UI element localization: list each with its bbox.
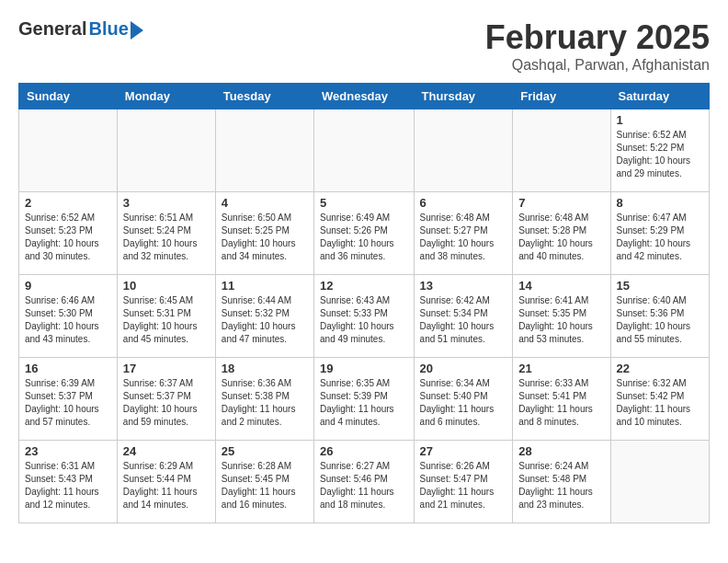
logo-blue-text: Blue bbox=[88, 18, 128, 40]
day-number: 1 bbox=[617, 113, 703, 127]
day-number: 23 bbox=[25, 444, 111, 458]
day-info: Sunrise: 6:34 AM Sunset: 5:40 PM Dayligh… bbox=[420, 377, 507, 429]
calendar-cell: 8Sunrise: 6:47 AM Sunset: 5:29 PM Daylig… bbox=[610, 192, 709, 275]
calendar-week-row: 9Sunrise: 6:46 AM Sunset: 5:30 PM Daylig… bbox=[19, 275, 710, 358]
day-info: Sunrise: 6:40 AM Sunset: 5:36 PM Dayligh… bbox=[617, 294, 703, 346]
day-info: Sunrise: 6:48 AM Sunset: 5:27 PM Dayligh… bbox=[420, 212, 507, 263]
calendar-cell: 1Sunrise: 6:52 AM Sunset: 5:22 PM Daylig… bbox=[610, 109, 709, 192]
calendar-cell bbox=[414, 109, 513, 192]
weekday-header-row: SundayMondayTuesdayWednesdayThursdayFrid… bbox=[19, 84, 710, 109]
calendar-cell: 23Sunrise: 6:31 AM Sunset: 5:43 PM Dayli… bbox=[19, 441, 118, 523]
calendar-cell: 22Sunrise: 6:32 AM Sunset: 5:42 PM Dayli… bbox=[610, 358, 709, 441]
logo-arrow-icon bbox=[131, 21, 143, 40]
weekday-header-wednesday: Wednesday bbox=[314, 84, 415, 109]
day-number: 7 bbox=[518, 196, 604, 210]
day-info: Sunrise: 6:28 AM Sunset: 5:45 PM Dayligh… bbox=[222, 460, 308, 511]
day-info: Sunrise: 6:49 AM Sunset: 5:26 PM Dayligh… bbox=[320, 212, 408, 263]
day-number: 28 bbox=[518, 444, 604, 458]
day-number: 17 bbox=[123, 362, 210, 375]
day-number: 19 bbox=[320, 362, 408, 375]
calendar-cell bbox=[117, 109, 215, 192]
day-number: 9 bbox=[25, 279, 111, 293]
weekday-header-saturday: Saturday bbox=[610, 84, 709, 109]
day-info: Sunrise: 6:52 AM Sunset: 5:23 PM Dayligh… bbox=[25, 212, 111, 263]
month-title: February 2025 bbox=[485, 18, 710, 57]
day-info: Sunrise: 6:47 AM Sunset: 5:29 PM Dayligh… bbox=[617, 212, 703, 263]
day-number: 10 bbox=[123, 279, 210, 293]
day-number: 6 bbox=[420, 196, 507, 210]
day-info: Sunrise: 6:52 AM Sunset: 5:22 PM Dayligh… bbox=[617, 129, 703, 180]
day-number: 20 bbox=[420, 362, 507, 375]
logo: General Blue bbox=[18, 18, 143, 40]
calendar-cell: 27Sunrise: 6:26 AM Sunset: 5:47 PM Dayli… bbox=[414, 441, 513, 523]
day-number: 3 bbox=[123, 196, 210, 210]
day-info: Sunrise: 6:45 AM Sunset: 5:31 PM Dayligh… bbox=[123, 294, 210, 346]
calendar-week-row: 23Sunrise: 6:31 AM Sunset: 5:43 PM Dayli… bbox=[19, 441, 710, 523]
day-info: Sunrise: 6:51 AM Sunset: 5:24 PM Dayligh… bbox=[123, 212, 210, 263]
day-info: Sunrise: 6:29 AM Sunset: 5:44 PM Dayligh… bbox=[123, 460, 210, 511]
day-number: 11 bbox=[222, 279, 308, 293]
calendar-cell: 19Sunrise: 6:35 AM Sunset: 5:39 PM Dayli… bbox=[314, 358, 415, 441]
day-info: Sunrise: 6:48 AM Sunset: 5:28 PM Dayligh… bbox=[518, 212, 604, 263]
day-info: Sunrise: 6:33 AM Sunset: 5:41 PM Dayligh… bbox=[518, 377, 604, 429]
calendar-cell: 13Sunrise: 6:42 AM Sunset: 5:34 PM Dayli… bbox=[414, 275, 513, 358]
logo-general-text: General bbox=[18, 18, 86, 40]
day-number: 24 bbox=[123, 444, 210, 458]
calendar-cell bbox=[19, 109, 118, 192]
day-info: Sunrise: 6:46 AM Sunset: 5:30 PM Dayligh… bbox=[25, 294, 111, 346]
calendar-cell bbox=[610, 441, 709, 523]
day-info: Sunrise: 6:43 AM Sunset: 5:33 PM Dayligh… bbox=[320, 294, 408, 346]
calendar-cell bbox=[215, 109, 313, 192]
day-info: Sunrise: 6:50 AM Sunset: 5:25 PM Dayligh… bbox=[222, 212, 308, 263]
day-info: Sunrise: 6:32 AM Sunset: 5:42 PM Dayligh… bbox=[617, 377, 703, 429]
day-number: 14 bbox=[518, 279, 604, 293]
calendar-cell: 28Sunrise: 6:24 AM Sunset: 5:48 PM Dayli… bbox=[513, 441, 610, 523]
calendar-cell bbox=[314, 109, 415, 192]
day-info: Sunrise: 6:37 AM Sunset: 5:37 PM Dayligh… bbox=[123, 377, 210, 429]
calendar-cell: 10Sunrise: 6:45 AM Sunset: 5:31 PM Dayli… bbox=[117, 275, 215, 358]
day-number: 5 bbox=[320, 196, 408, 210]
calendar-table: SundayMondayTuesdayWednesdayThursdayFrid… bbox=[18, 83, 710, 523]
day-info: Sunrise: 6:39 AM Sunset: 5:37 PM Dayligh… bbox=[25, 377, 111, 429]
calendar-cell: 15Sunrise: 6:40 AM Sunset: 5:36 PM Dayli… bbox=[610, 275, 709, 358]
day-info: Sunrise: 6:44 AM Sunset: 5:32 PM Dayligh… bbox=[222, 294, 308, 346]
calendar-cell: 26Sunrise: 6:27 AM Sunset: 5:46 PM Dayli… bbox=[314, 441, 415, 523]
day-info: Sunrise: 6:42 AM Sunset: 5:34 PM Dayligh… bbox=[420, 294, 507, 346]
day-number: 15 bbox=[617, 279, 703, 293]
calendar-cell: 14Sunrise: 6:41 AM Sunset: 5:35 PM Dayli… bbox=[513, 275, 610, 358]
calendar-cell bbox=[513, 109, 610, 192]
page-header: General Blue February 2025 Qashqal, Parw… bbox=[18, 18, 710, 74]
calendar-week-row: 16Sunrise: 6:39 AM Sunset: 5:37 PM Dayli… bbox=[19, 358, 710, 441]
calendar-cell: 9Sunrise: 6:46 AM Sunset: 5:30 PM Daylig… bbox=[19, 275, 118, 358]
day-info: Sunrise: 6:26 AM Sunset: 5:47 PM Dayligh… bbox=[420, 460, 507, 511]
weekday-header-friday: Friday bbox=[513, 84, 610, 109]
day-info: Sunrise: 6:27 AM Sunset: 5:46 PM Dayligh… bbox=[320, 460, 408, 511]
day-info: Sunrise: 6:35 AM Sunset: 5:39 PM Dayligh… bbox=[320, 377, 408, 429]
day-number: 26 bbox=[320, 444, 408, 458]
day-info: Sunrise: 6:36 AM Sunset: 5:38 PM Dayligh… bbox=[222, 377, 308, 429]
day-number: 16 bbox=[25, 362, 111, 375]
day-number: 27 bbox=[420, 444, 507, 458]
day-number: 21 bbox=[518, 362, 604, 375]
calendar-cell: 21Sunrise: 6:33 AM Sunset: 5:41 PM Dayli… bbox=[513, 358, 610, 441]
weekday-header-monday: Monday bbox=[117, 84, 215, 109]
day-number: 18 bbox=[222, 362, 308, 375]
day-number: 2 bbox=[25, 196, 111, 210]
weekday-header-sunday: Sunday bbox=[19, 84, 118, 109]
weekday-header-tuesday: Tuesday bbox=[215, 84, 313, 109]
day-info: Sunrise: 6:31 AM Sunset: 5:43 PM Dayligh… bbox=[25, 460, 111, 511]
calendar-cell: 12Sunrise: 6:43 AM Sunset: 5:33 PM Dayli… bbox=[314, 275, 415, 358]
calendar-cell: 3Sunrise: 6:51 AM Sunset: 5:24 PM Daylig… bbox=[117, 192, 215, 275]
calendar-week-row: 1Sunrise: 6:52 AM Sunset: 5:22 PM Daylig… bbox=[19, 109, 710, 192]
location-title: Qashqal, Parwan, Afghanistan bbox=[485, 57, 710, 74]
calendar-cell: 25Sunrise: 6:28 AM Sunset: 5:45 PM Dayli… bbox=[215, 441, 313, 523]
day-number: 4 bbox=[222, 196, 308, 210]
calendar-cell: 7Sunrise: 6:48 AM Sunset: 5:28 PM Daylig… bbox=[513, 192, 610, 275]
title-block: February 2025 Qashqal, Parwan, Afghanist… bbox=[485, 18, 710, 74]
calendar-cell: 6Sunrise: 6:48 AM Sunset: 5:27 PM Daylig… bbox=[414, 192, 513, 275]
calendar-cell: 18Sunrise: 6:36 AM Sunset: 5:38 PM Dayli… bbox=[215, 358, 313, 441]
day-info: Sunrise: 6:41 AM Sunset: 5:35 PM Dayligh… bbox=[518, 294, 604, 346]
calendar-cell: 20Sunrise: 6:34 AM Sunset: 5:40 PM Dayli… bbox=[414, 358, 513, 441]
day-number: 25 bbox=[222, 444, 308, 458]
calendar-cell: 24Sunrise: 6:29 AM Sunset: 5:44 PM Dayli… bbox=[117, 441, 215, 523]
